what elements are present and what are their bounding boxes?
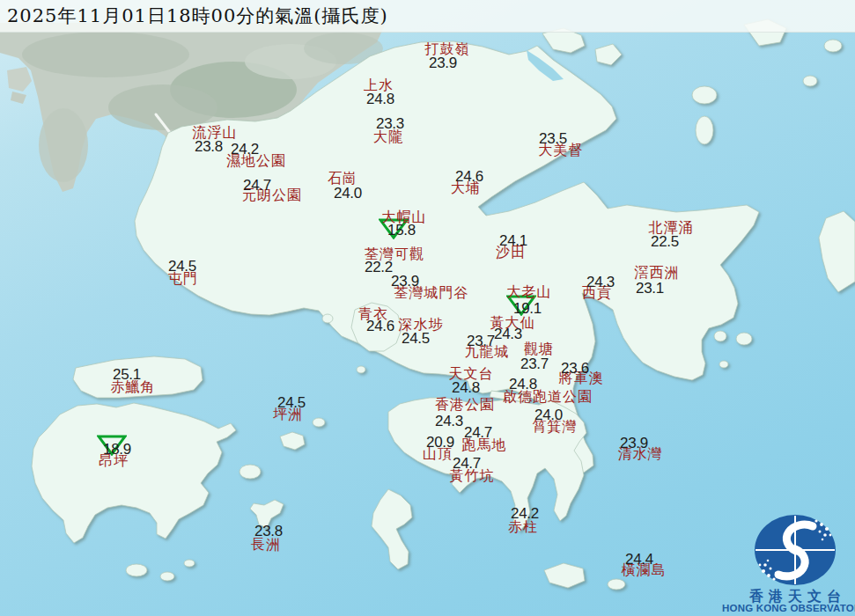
station-value: 23.9 [620,435,648,452]
station-value: 23.7 [520,356,549,373]
station-value: 22.2 [365,259,393,276]
station-value: 24.6 [366,318,394,335]
station-value: 23.1 [636,280,664,297]
station-label: 香港公園 [435,396,495,414]
station-value: 23.9 [391,273,419,290]
station-value: 24.0 [534,407,563,424]
station-value: 23.7 [467,333,495,350]
station-value: 24.3 [435,413,463,430]
peng-chau [280,432,305,450]
station-value: 24.4 [625,551,653,568]
logo-name-english: HONG KONG OBSERVATORY [722,603,855,613]
station-value: 24.8 [452,379,480,397]
station-value: 24.3 [586,274,615,291]
title-bar: 2025年11月01日18時00分的氣溫(攝氏度) [0,0,855,33]
station-value: 18.9 [103,441,131,458]
station-label: 大老山 [507,283,552,302]
station-value: 24.6 [455,168,483,186]
station-value: 23.9 [429,55,457,72]
station-value: 15.8 [387,222,416,239]
station-value: 24.7 [464,424,492,442]
station-value: 23.8 [195,138,223,156]
station-value: 24.8 [509,376,537,393]
station-value: 20.9 [426,434,454,451]
station-value: 24.7 [243,177,271,194]
station-value: 24.8 [366,91,394,108]
station-value: 24.5 [168,258,196,275]
station-value: 24.5 [277,394,306,412]
station-value: 23.5 [539,130,567,148]
station-value: 23.3 [376,115,404,133]
lamma-island [372,489,412,569]
station-value: 24.3 [494,326,522,343]
hong-kong-map [0,0,855,616]
station-value: 24.0 [334,185,362,202]
station-value: 24.5 [402,330,430,348]
station-value: 19.1 [513,300,542,318]
po-toi [544,563,585,588]
station-value: 23.6 [561,360,589,378]
station-value: 24.2 [231,141,259,158]
map-title: 2025年11月01日18時00分的氣溫(攝氏度) [7,4,388,28]
station-value: 22.5 [651,233,679,251]
station-value: 24.1 [499,232,527,250]
station-value: 24.2 [511,505,539,523]
station-value: 23.8 [254,523,283,540]
station-value: 25.1 [113,366,141,384]
temperature-map: 2025年11月01日18時00分的氣溫(攝氏度) 打鼓嶺23.9上水24.8大… [0,0,855,616]
station-value: 24.7 [453,455,481,473]
lantau-island [32,403,236,543]
